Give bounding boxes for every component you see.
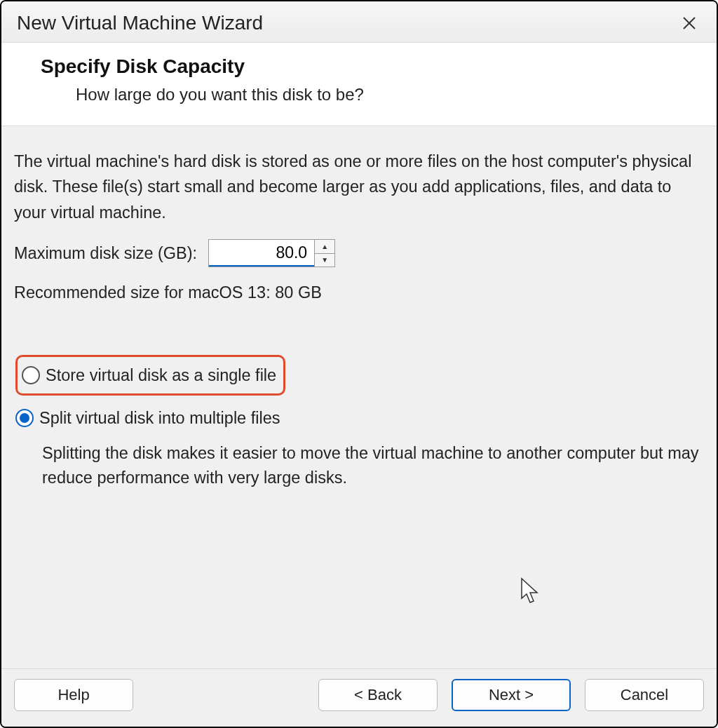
spinner-down-icon[interactable]: ▼: [315, 254, 334, 267]
cancel-button[interactable]: Cancel: [585, 679, 704, 711]
back-button[interactable]: < Back: [318, 679, 438, 711]
wizard-header: Specify Disk Capacity How large do you w…: [1, 43, 717, 126]
radio-single-file-highlight: Store virtual disk as a single file: [15, 355, 285, 396]
page-subtitle: How large do you want this disk to be?: [41, 85, 700, 105]
split-description: Splitting the disk makes it easier to mo…: [15, 441, 704, 491]
disk-size-row: Maximum disk size (GB): ▲ ▼: [14, 239, 704, 267]
radio-single-file[interactable]: [22, 366, 40, 384]
cursor-icon: [519, 577, 541, 612]
disk-storage-radio-group: Store virtual disk as a single file Spli…: [14, 355, 704, 490]
disk-size-spinner: ▲ ▼: [314, 240, 334, 267]
dialog-title: New Virtual Machine Wizard: [17, 12, 263, 34]
disk-description: The virtual machine's hard disk is store…: [14, 149, 704, 225]
spinner-up-icon[interactable]: ▲: [315, 240, 334, 254]
page-title: Specify Disk Capacity: [41, 55, 700, 78]
titlebar: New Virtual Machine Wizard: [1, 1, 717, 43]
wizard-body: The virtual machine's hard disk is store…: [1, 126, 717, 668]
radio-single-file-label: Store virtual disk as a single file: [46, 363, 276, 388]
radio-split-files[interactable]: [15, 409, 34, 427]
recommended-size: Recommended size for macOS 13: 80 GB: [14, 280, 704, 305]
radio-split-files-label: Split virtual disk into multiple files: [39, 405, 280, 431]
disk-size-label: Maximum disk size (GB):: [14, 241, 197, 266]
wizard-footer: Help < Back Next > Cancel: [1, 668, 717, 727]
disk-size-input[interactable]: [209, 240, 314, 267]
new-vm-wizard-dialog: New Virtual Machine Wizard Specify Disk …: [0, 0, 718, 728]
help-button[interactable]: Help: [14, 679, 133, 711]
disk-size-input-wrap: ▲ ▼: [208, 239, 335, 267]
radio-split-files-item: Split virtual disk into multiple files: [15, 405, 704, 431]
next-button[interactable]: Next >: [452, 679, 571, 711]
close-icon[interactable]: [677, 11, 701, 35]
